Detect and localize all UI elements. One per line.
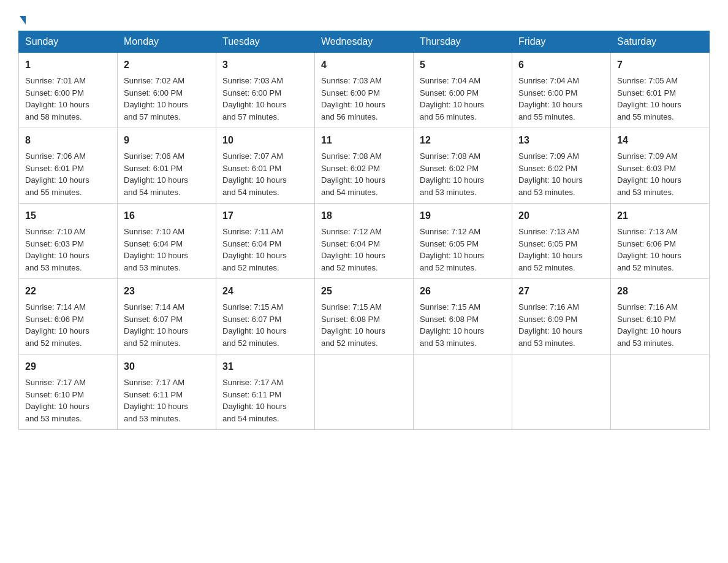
day-number: 13 — [518, 133, 604, 148]
calendar-week-row: 15 Sunrise: 7:10 AMSunset: 6:03 PMDaylig… — [19, 204, 710, 279]
calendar-week-row: 29 Sunrise: 7:17 AMSunset: 6:10 PMDaylig… — [19, 354, 710, 430]
calendar-cell — [315, 354, 414, 430]
day-info: Sunrise: 7:13 AMSunset: 6:06 PMDaylight:… — [617, 227, 681, 272]
day-info: Sunrise: 7:10 AMSunset: 6:04 PMDaylight:… — [124, 227, 188, 272]
weekday-header-friday: Friday — [512, 31, 611, 53]
day-info: Sunrise: 7:15 AMSunset: 6:07 PMDaylight:… — [222, 302, 287, 348]
day-info: Sunrise: 7:10 AMSunset: 6:03 PMDaylight:… — [25, 227, 89, 272]
day-info: Sunrise: 7:09 AMSunset: 6:03 PMDaylight:… — [617, 151, 681, 197]
day-info: Sunrise: 7:08 AMSunset: 6:02 PMDaylight:… — [420, 151, 484, 197]
day-number: 2 — [124, 58, 210, 72]
calendar-cell: 30 Sunrise: 7:17 AMSunset: 6:11 PMDaylig… — [118, 354, 216, 430]
day-info: Sunrise: 7:12 AMSunset: 6:04 PMDaylight:… — [321, 227, 385, 272]
day-number: 12 — [420, 133, 506, 148]
day-number: 17 — [222, 209, 308, 223]
day-number: 30 — [124, 359, 210, 374]
calendar-cell: 11 Sunrise: 7:08 AMSunset: 6:02 PMDaylig… — [315, 128, 414, 204]
calendar-cell: 12 Sunrise: 7:08 AMSunset: 6:02 PMDaylig… — [414, 128, 512, 204]
calendar-cell — [611, 354, 710, 430]
calendar-cell: 3 Sunrise: 7:03 AMSunset: 6:00 PMDayligh… — [216, 53, 315, 128]
day-info: Sunrise: 7:01 AMSunset: 6:00 PMDaylight:… — [25, 76, 89, 121]
day-number: 7 — [617, 58, 703, 72]
day-number: 19 — [420, 209, 506, 223]
calendar-cell: 2 Sunrise: 7:02 AMSunset: 6:00 PMDayligh… — [118, 53, 216, 128]
day-info: Sunrise: 7:15 AMSunset: 6:08 PMDaylight:… — [321, 302, 385, 348]
calendar-cell: 22 Sunrise: 7:14 AMSunset: 6:06 PMDaylig… — [19, 279, 118, 354]
calendar-cell: 16 Sunrise: 7:10 AMSunset: 6:04 PMDaylig… — [118, 204, 216, 279]
day-number: 5 — [420, 58, 506, 72]
day-number: 16 — [124, 209, 210, 223]
logo — [18, 12, 26, 25]
weekday-header-sunday: Sunday — [19, 31, 118, 53]
day-info: Sunrise: 7:15 AMSunset: 6:08 PMDaylight:… — [420, 302, 484, 348]
day-info: Sunrise: 7:06 AMSunset: 6:01 PMDaylight:… — [124, 151, 188, 197]
calendar-week-row: 1 Sunrise: 7:01 AMSunset: 6:00 PMDayligh… — [19, 53, 710, 128]
day-info: Sunrise: 7:16 AMSunset: 6:09 PMDaylight:… — [518, 302, 583, 348]
day-info: Sunrise: 7:12 AMSunset: 6:05 PMDaylight:… — [420, 227, 484, 272]
day-number: 8 — [25, 133, 111, 148]
logo-general — [18, 16, 26, 25]
day-number: 25 — [321, 284, 407, 299]
day-number: 21 — [617, 209, 703, 223]
calendar-cell: 25 Sunrise: 7:15 AMSunset: 6:08 PMDaylig… — [315, 279, 414, 354]
calendar-cell: 29 Sunrise: 7:17 AMSunset: 6:10 PMDaylig… — [19, 354, 118, 430]
day-number: 23 — [124, 284, 210, 299]
day-number: 20 — [518, 209, 604, 223]
day-info: Sunrise: 7:03 AMSunset: 6:00 PMDaylight:… — [222, 76, 287, 121]
calendar-cell: 10 Sunrise: 7:07 AMSunset: 6:01 PMDaylig… — [216, 128, 315, 204]
calendar-cell: 1 Sunrise: 7:01 AMSunset: 6:00 PMDayligh… — [19, 53, 118, 128]
calendar-cell: 20 Sunrise: 7:13 AMSunset: 6:05 PMDaylig… — [512, 204, 611, 279]
calendar-cell: 24 Sunrise: 7:15 AMSunset: 6:07 PMDaylig… — [216, 279, 315, 354]
calendar-cell: 17 Sunrise: 7:11 AMSunset: 6:04 PMDaylig… — [216, 204, 315, 279]
day-info: Sunrise: 7:14 AMSunset: 6:07 PMDaylight:… — [124, 302, 188, 348]
calendar-cell: 27 Sunrise: 7:16 AMSunset: 6:09 PMDaylig… — [512, 279, 611, 354]
day-number: 10 — [222, 133, 308, 148]
day-info: Sunrise: 7:13 AMSunset: 6:05 PMDaylight:… — [518, 227, 583, 272]
weekday-header-row: SundayMondayTuesdayWednesdayThursdayFrid… — [19, 31, 710, 53]
weekday-header-wednesday: Wednesday — [315, 31, 414, 53]
calendar-cell: 23 Sunrise: 7:14 AMSunset: 6:07 PMDaylig… — [118, 279, 216, 354]
calendar-cell — [512, 354, 611, 430]
logo-arrow-icon — [20, 16, 26, 25]
day-number: 11 — [321, 133, 407, 148]
day-number: 29 — [25, 359, 111, 374]
day-info: Sunrise: 7:08 AMSunset: 6:02 PMDaylight:… — [321, 151, 385, 197]
calendar-body: 1 Sunrise: 7:01 AMSunset: 6:00 PMDayligh… — [19, 53, 710, 430]
calendar-table: SundayMondayTuesdayWednesdayThursdayFrid… — [18, 31, 710, 430]
weekday-header-saturday: Saturday — [611, 31, 710, 53]
day-info: Sunrise: 7:02 AMSunset: 6:00 PMDaylight:… — [124, 76, 188, 121]
calendar-cell: 4 Sunrise: 7:03 AMSunset: 6:00 PMDayligh… — [315, 53, 414, 128]
calendar-cell: 21 Sunrise: 7:13 AMSunset: 6:06 PMDaylig… — [611, 204, 710, 279]
calendar-cell: 14 Sunrise: 7:09 AMSunset: 6:03 PMDaylig… — [611, 128, 710, 204]
page-header — [18, 12, 710, 25]
calendar-cell: 28 Sunrise: 7:16 AMSunset: 6:10 PMDaylig… — [611, 279, 710, 354]
day-number: 18 — [321, 209, 407, 223]
day-number: 4 — [321, 58, 407, 72]
day-number: 14 — [617, 133, 703, 148]
day-info: Sunrise: 7:03 AMSunset: 6:00 PMDaylight:… — [321, 76, 385, 121]
day-number: 28 — [617, 284, 703, 299]
day-info: Sunrise: 7:04 AMSunset: 6:00 PMDaylight:… — [420, 76, 484, 121]
day-info: Sunrise: 7:17 AMSunset: 6:11 PMDaylight:… — [124, 378, 188, 423]
day-number: 26 — [420, 284, 506, 299]
day-number: 1 — [25, 58, 111, 72]
weekday-header-tuesday: Tuesday — [216, 31, 315, 53]
day-info: Sunrise: 7:14 AMSunset: 6:06 PMDaylight:… — [25, 302, 89, 348]
day-info: Sunrise: 7:07 AMSunset: 6:01 PMDaylight:… — [222, 151, 287, 197]
weekday-header-thursday: Thursday — [414, 31, 512, 53]
calendar-week-row: 22 Sunrise: 7:14 AMSunset: 6:06 PMDaylig… — [19, 279, 710, 354]
day-number: 9 — [124, 133, 210, 148]
calendar-cell: 15 Sunrise: 7:10 AMSunset: 6:03 PMDaylig… — [19, 204, 118, 279]
day-info: Sunrise: 7:16 AMSunset: 6:10 PMDaylight:… — [617, 302, 681, 348]
day-info: Sunrise: 7:11 AMSunset: 6:04 PMDaylight:… — [222, 227, 287, 272]
day-info: Sunrise: 7:17 AMSunset: 6:10 PMDaylight:… — [25, 378, 89, 423]
day-info: Sunrise: 7:04 AMSunset: 6:00 PMDaylight:… — [518, 76, 583, 121]
day-number: 6 — [518, 58, 604, 72]
calendar-week-row: 8 Sunrise: 7:06 AMSunset: 6:01 PMDayligh… — [19, 128, 710, 204]
calendar-cell: 5 Sunrise: 7:04 AMSunset: 6:00 PMDayligh… — [414, 53, 512, 128]
calendar-cell: 9 Sunrise: 7:06 AMSunset: 6:01 PMDayligh… — [118, 128, 216, 204]
day-number: 24 — [222, 284, 308, 299]
day-number: 22 — [25, 284, 111, 299]
calendar-cell: 18 Sunrise: 7:12 AMSunset: 6:04 PMDaylig… — [315, 204, 414, 279]
day-info: Sunrise: 7:06 AMSunset: 6:01 PMDaylight:… — [25, 151, 89, 197]
